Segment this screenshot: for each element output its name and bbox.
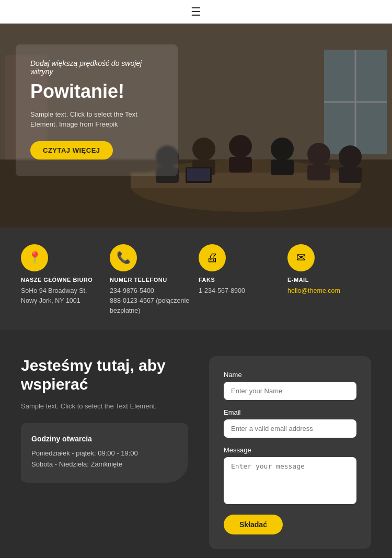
support-left: Jesteśmy tutaj, aby wspierać Sample text… [21, 356, 188, 483]
email-input[interactable] [224, 419, 356, 438]
fax-label: FAKS [199, 277, 215, 283]
phone-icon: 📞 [110, 244, 137, 271]
hero-tagline: Dodaj większą prędkość do swojej witryny [30, 59, 163, 76]
support-sample-text: Sample text. Click to select the Text El… [21, 401, 188, 412]
contact-item-email: ✉ E-MAIL hello@theme.com [287, 244, 371, 315]
phone-value: 234-9876-5400888-0123-4567 (połączenie b… [110, 286, 193, 315]
name-label: Name [224, 371, 356, 379]
contact-item-office: 📍 NASZE GŁÓWNE BIURO SoHo 94 Broadway St… [21, 244, 105, 315]
hero-sample-text: Sample text. Click to select the Text El… [30, 109, 163, 130]
hours-weekend: Sobota - Niedziela: Zamknięte [31, 460, 178, 468]
contact-item-fax: 🖨 FAKS 1-234-567-8900 [199, 244, 282, 315]
message-label: Message [224, 446, 356, 454]
menu-icon[interactable]: ☰ [191, 5, 201, 19]
fax-icon: 🖨 [199, 244, 226, 271]
read-more-button[interactable]: CZYTAJ WIĘCEJ [30, 141, 113, 160]
email-label: Email [224, 408, 356, 416]
contact-strip: 📍 NASZE GŁÓWNE BIURO SoHo 94 Broadway St… [0, 227, 392, 330]
name-input[interactable] [224, 382, 356, 400]
office-value: SoHo 94 Broadway St.Nowy Jork, NY 1001 [21, 286, 87, 306]
message-group: Message [224, 446, 356, 504]
hero-section: Dodaj większą prędkość do swojej witryny… [0, 24, 392, 227]
contact-form: Name Email Message Składać [209, 356, 371, 549]
email-link[interactable]: hello@theme.com [287, 287, 340, 294]
location-icon: 📍 [21, 244, 48, 271]
hours-title: Godziny otwarcia [31, 435, 178, 443]
hero-title: Powitanie! [30, 81, 163, 102]
office-label: NASZE GŁÓWNE BIURO [21, 277, 93, 283]
name-group: Name [224, 371, 356, 400]
contact-item-phone: 📞 NUMER TELEFONU 234-9876-5400888-0123-4… [110, 244, 193, 315]
phone-label: NUMER TELEFONU [110, 277, 167, 283]
submit-button[interactable]: Składać [224, 515, 283, 534]
support-title: Jesteśmy tutaj, aby wspierać [21, 356, 188, 394]
message-textarea[interactable] [224, 457, 356, 504]
email-group: Email [224, 408, 356, 438]
email-icon: ✉ [287, 244, 315, 271]
email-label: E-MAIL [287, 277, 309, 283]
header: ☰ [0, 0, 392, 24]
support-section: Jesteśmy tutaj, aby wspierać Sample text… [0, 330, 392, 558]
hours-weekday: Poniedziałek - piątek: 09:00 - 19:00 [31, 449, 178, 457]
hero-content-box: Dodaj większą prędkość do swojej witryny… [16, 44, 178, 176]
fax-value: 1-234-567-8900 [199, 286, 245, 296]
email-value: hello@theme.com [287, 286, 340, 296]
hours-box: Godziny otwarcia Poniedziałek - piątek: … [21, 423, 188, 483]
